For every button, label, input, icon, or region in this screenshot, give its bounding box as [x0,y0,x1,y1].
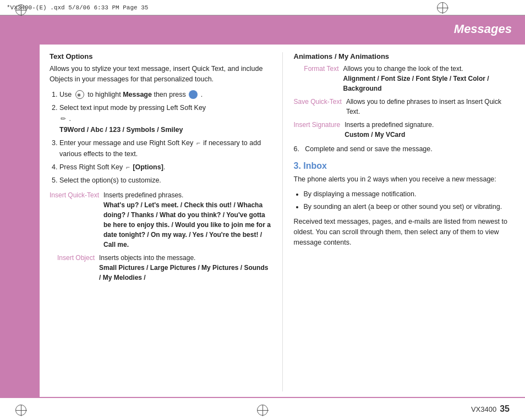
right-column: Animations / My Animations Format Text A… [283,52,516,391]
step1-message-bold: Message [123,91,152,98]
step-6: 6. Complete and send or save the message… [294,144,516,154]
format-text-content: Allows you to change the look of the tex… [343,64,516,93]
insert-signature-plain: Inserts a predefined signature. [344,121,434,129]
nav-circle-icon [75,90,84,99]
insert-signature-option: Insert Signature Inserts a predefined si… [294,120,516,140]
file-info: *VX3400-(E) .qxd 5/8/06 6:33 PM Page 35 [7,4,148,11]
step-2: Select text input mode by pressing Left … [59,102,271,135]
crosshair-top-left [16,5,27,16]
left-column: Text Options Allows you to stylize your … [50,52,283,391]
step4-options-bold: [Options] [133,163,163,171]
main-content: Text Options Allows you to stylize your … [40,45,525,397]
step1-period: . [201,91,203,98]
step4-text: Press Right Soft Key [59,163,125,171]
insert-object-bold: Small Pictures / Large Pictures / My Pic… [99,264,268,281]
crosshair-icon [438,3,449,14]
crosshair-bottom-left [16,405,27,416]
footer-page: 35 [500,404,510,414]
left-accent-bar [0,15,40,398]
save-quick-text-plain: Allows you to define phrases to insert a… [346,98,501,115]
insert-object-option: Insert Object Inserts objects into the m… [50,253,271,283]
step1-use: Use [59,91,74,98]
registration-mark-top [437,2,448,13]
insert-quick-text-content: Inserts predefined phrases. What's up? /… [103,190,271,250]
insert-quick-text-plain: Inserts predefined phrases. [103,191,183,199]
header-strip: Messages [40,15,525,43]
step6-text: 6. Complete and send or save the message… [294,145,433,153]
insert-quick-text-option: Insert Quick-Text Inserts predefined phr… [50,190,271,250]
inbox-bullets: By displaying a message notification. By… [294,189,516,213]
inbox-bullet-1: By displaying a message notification. [304,189,516,200]
corner-mark-bottom-left [15,405,26,416]
ok-button-icon [189,90,198,99]
insert-quick-text-label: Insert Quick-Text [50,190,103,250]
animations-heading: Animations / My Animations [294,52,516,60]
save-quick-text-option: Save Quick-Text Allows you to define phr… [294,97,516,117]
right-soft-key-icon-4: ⌐ [126,162,130,173]
step-5: Select the option(s) to customize. [59,175,271,186]
save-quick-text-content: Allows you to define phrases to insert a… [346,97,515,117]
step1-highlight: to highlight [88,91,123,98]
format-text-option: Format Text Allows you to change the loo… [294,64,516,93]
format-text-label: Format Text [294,64,343,93]
corner-mark-top-left [15,4,26,15]
step5-text: Select the option(s) to customize. [59,176,161,184]
top-bar: *VX3400-(E) .qxd 5/8/06 6:33 PM Page 35 [0,0,525,15]
crosshair-bottom-mid [258,405,269,416]
step-1: Use to highlight Message then press . [59,89,271,100]
insert-quick-text-bold: What's up? / Let's meet. / Check this ou… [103,201,271,248]
inbox-heading: 3. Inbox [294,161,516,171]
insert-object-label: Insert Object [50,253,99,283]
steps-list: Use to highlight Message then press . Se… [50,89,271,186]
inbox-intro: The phone alerts you in 2 ways when you … [294,174,516,185]
step1-press: then press [154,91,188,98]
insert-signature-bold: Custom / My VCard [344,131,405,139]
step3-text: Enter your message and use Right Soft Ke… [59,139,195,147]
corner-mark-bottom-mid [257,405,268,416]
step4-period: . [163,163,165,171]
step2-modes-bold: T9Word / Abc / 123 / Symbols / Smiley [59,126,183,134]
step-3: Enter your message and use Right Soft Ke… [59,137,271,159]
step2-period: . [69,115,70,123]
inbox-bullet-2: By sounding an alert (a beep or other so… [304,202,516,212]
pen-icon: ✏ [61,114,66,124]
save-quick-text-label: Save Quick-Text [294,97,346,117]
step2-text: Select text input mode by pressing Left … [59,104,206,112]
format-text-bold: Alignment / Font Size / Font Style / Tex… [343,75,489,92]
page-title: Messages [454,22,512,36]
format-text-plain: Allows you to change the look of the tex… [343,65,463,73]
footer-model: VX3400 [471,405,496,413]
insert-signature-label: Insert Signature [294,120,345,140]
inbox-body: Received text messages, pages, and e-mai… [294,217,516,247]
insert-object-content: Inserts objects into the message. Small … [99,253,271,283]
text-options-title: Text Options [50,52,271,60]
right-soft-key-icon-3: ⌐ [196,138,200,148]
text-options-intro: Allows you to stylize your text message,… [50,64,271,85]
insert-object-plain: Inserts objects into the message. [99,254,195,262]
insert-signature-content: Inserts a predefined signature. Custom /… [344,120,515,140]
step-4: Press Right Soft Key ⌐ [Options]. [59,162,271,173]
